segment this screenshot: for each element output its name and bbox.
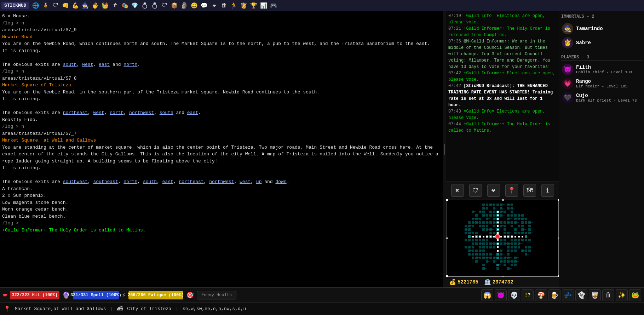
bottom-icon-scream[interactable]: 😱 — [481, 289, 493, 301]
action-heart[interactable]: ❤️ — [487, 184, 500, 197]
exit-down[interactable]: down — [275, 179, 286, 184]
action-close[interactable]: ✖ — [451, 184, 464, 197]
exit-northeast[interactable]: northeast — [63, 110, 88, 115]
exit-east2[interactable]: east — [187, 110, 198, 115]
exit-ne3[interactable]: northeast — [179, 179, 203, 184]
player-name-filth: Filth — [576, 64, 632, 70]
game-line: areas/tristeza/virtual/S7_9 — [2, 27, 441, 34]
exit-northwest[interactable]: northwest — [129, 110, 154, 115]
exit-sw[interactable]: southwest — [63, 179, 88, 184]
toolbar-icon-globe[interactable]: 🌐 — [31, 1, 40, 10]
game-line: /log > n — [2, 123, 441, 130]
main-area: 6 x Mouse. /log > n areas/tristeza/virtu… — [0, 11, 644, 287]
bottom-icon-beer[interactable]: 🍺 — [548, 289, 560, 301]
bottom-icon-sparkle[interactable]: ✨ — [616, 289, 628, 301]
toolbar-icon-run[interactable]: 🏃 — [229, 1, 238, 10]
game-line: A trashcan. — [2, 185, 441, 193]
toolbar-icon-fist[interactable]: 👊 — [61, 1, 70, 10]
bottom-icon-sleep[interactable]: 💤 — [562, 289, 574, 301]
toolbar-icon-ring1[interactable]: 💍 — [140, 1, 149, 10]
svg-rect-0 — [444, 144, 445, 155]
toolbar-icon-sword[interactable]: 🗡 — [110, 1, 120, 10]
exit-up[interactable]: up — [256, 179, 262, 184]
toolbar-icon-hand[interactable]: 🖐 — [91, 1, 100, 10]
toolbar-icon-chat[interactable]: 💬 — [200, 1, 209, 10]
game-line: areas/tristeza/virtual/S7_8 — [2, 75, 441, 82]
bottom-icon-devil[interactable]: 😈 — [495, 289, 507, 301]
player-desc-filth: Goblin thief - Level 133 — [576, 70, 632, 74]
toolbar-icon-statue[interactable]: 🗿 — [180, 1, 189, 10]
toolbar-icon-shield2[interactable]: 🛡 — [160, 1, 169, 10]
avatar-filth: 😈 — [562, 64, 573, 75]
player-name-cujo: Cujo — [576, 93, 637, 98]
toolbar-icon-chart[interactable]: 📊 — [259, 1, 268, 10]
toolbar-icon-face[interactable]: 😀 — [190, 1, 199, 10]
avatar-cujo: 🖤 — [562, 92, 573, 103]
toolbar-icon-queen[interactable]: 👸 — [239, 1, 248, 10]
bank-amount: 🏦 2974732 — [484, 279, 513, 286]
exit-n3[interactable]: north — [123, 179, 137, 184]
exit-nw3[interactable]: northwest — [209, 179, 234, 184]
exit-east[interactable]: east — [99, 62, 110, 67]
exit-south2[interactable]: south — [160, 110, 173, 115]
action-shield[interactable]: 🛡 — [469, 184, 482, 197]
exits-line: The obvious exits are south, west, east … — [2, 61, 441, 68]
top-toolbar: STICKMUD 🌐 🧍 🛡 👊 💪 🧙 🖐 👑 🗡 🎭 💎 💍 💍 🛡 📦 🗿… — [0, 0, 644, 11]
player-sabre: 👸 Sabre — [561, 36, 642, 50]
toolbar-icon-game[interactable]: 🎮 — [269, 1, 278, 10]
exits-line: The obvious exits are northeast, west, n… — [2, 109, 441, 116]
money-section: 💰 5221785 🏦 2974732 — [446, 277, 559, 287]
bottom-icon-trash2[interactable]: 🗑 — [602, 289, 614, 301]
exit-west2[interactable]: west — [93, 110, 104, 115]
toolbar-icon-heart-toolbar[interactable]: ❤ — [209, 1, 219, 10]
toolbar-icon-trash[interactable]: 🗑 — [219, 1, 229, 10]
area-name: Newbie Road — [2, 34, 441, 41]
exit-w3[interactable]: west — [240, 179, 251, 184]
game-text-area[interactable]: 6 x Mouse. /log > n areas/tristeza/virtu… — [0, 11, 443, 287]
bottom-icon-frog[interactable]: 🐸 — [629, 289, 641, 301]
chat-line: 07:43 =Guild Info= Elections are open, p… — [448, 108, 557, 121]
toolbar-icon-mage[interactable]: 🧙 — [81, 1, 90, 10]
exit-e3[interactable]: east — [162, 179, 173, 184]
exit-west[interactable]: west — [82, 62, 93, 67]
action-pin[interactable]: 📍 — [505, 184, 518, 197]
immortals-section: IMMORTALS - 2 🧙 Tamarindo 👸 Sabre — [561, 13, 642, 50]
toolbar-icon-mask[interactable]: 🎭 — [120, 1, 130, 10]
game-line — [2, 103, 441, 110]
game-line: Beastly Fido. — [2, 116, 441, 124]
bottom-icon-whiskey[interactable]: 🥃 — [589, 289, 601, 301]
game-line: It is raining. — [2, 165, 441, 172]
game-line: /log > n — [2, 20, 441, 27]
toolbar-icon-person[interactable]: 🧍 — [41, 1, 50, 10]
immortals-title: IMMORTALS - 2 — [561, 13, 642, 20]
exit-north2[interactable]: north — [110, 110, 123, 115]
right-panel: IMMORTALS - 2 🧙 Tamarindo 👸 Sabre PLAYER… — [559, 11, 644, 287]
game-line: You are standing at the center of market… — [2, 144, 441, 165]
action-info[interactable]: ℹ — [541, 184, 554, 197]
player-name-rango: Rango — [576, 79, 627, 84]
game-line: Clean blue metal bench. — [2, 213, 441, 220]
chat-area[interactable]: 07:19 =Guild Info= Elections are open, p… — [446, 11, 559, 182]
toolbar-icon-muscle[interactable]: 💪 — [71, 1, 80, 10]
exit-s3[interactable]: south — [143, 179, 157, 184]
exit-se[interactable]: southeast — [93, 179, 118, 184]
game-line: You are on the Newbie Road, in the south… — [2, 89, 441, 96]
toolbar-icon-ring2[interactable]: 💍 — [150, 1, 159, 10]
game-line — [2, 172, 441, 179]
chat-line: 07:42 +Guild Informer+ Elections are ope… — [448, 70, 557, 83]
scroll-divider[interactable] — [443, 11, 446, 287]
bottom-icon-mushroom[interactable]: 🍄 — [535, 289, 547, 301]
exit-south[interactable]: south — [63, 62, 77, 67]
toolbar-icon-box[interactable]: 📦 — [170, 1, 179, 10]
location-city: City of Tristeza — [127, 306, 171, 311]
chat-line: 07:19 =Guild Info= Elections are open, p… — [448, 13, 557, 25]
toolbar-icon-crown[interactable]: 👑 — [100, 1, 110, 10]
bottom-icon-exclaim[interactable]: !? — [522, 289, 534, 301]
bottom-icon-ghost[interactable]: 👻 — [575, 289, 587, 301]
action-map[interactable]: 🗺 — [523, 184, 536, 197]
toolbar-icon-trophy[interactable]: 🏆 — [249, 1, 258, 10]
toolbar-icon-gem[interactable]: 💎 — [130, 1, 139, 10]
bottom-icon-skull[interactable]: 💀 — [508, 289, 520, 301]
exit-north[interactable]: north — [123, 62, 137, 67]
toolbar-icon-shield[interactable]: 🛡 — [51, 1, 60, 10]
